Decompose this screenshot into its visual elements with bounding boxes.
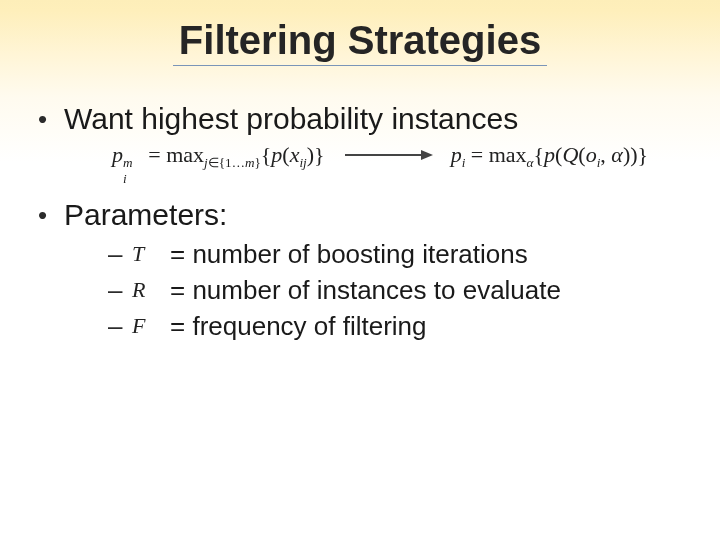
- param-symbol: R: [132, 277, 170, 303]
- bullet-want-highest: Want highest probability instances pmi =…: [30, 102, 690, 188]
- slide: Filtering Strategies Want highest probab…: [0, 0, 720, 540]
- slide-body: Want highest probability instances pmi =…: [0, 66, 720, 342]
- bullet-parameters: Parameters: T = number of boosting itera…: [30, 198, 690, 342]
- param-item-t: T = number of boosting iterations: [104, 238, 690, 270]
- param-desc: = number of instances to evaluate: [170, 274, 561, 306]
- top-bullet-list: Want highest probability instances pmi =…: [30, 102, 690, 342]
- param-item-r: R = number of instances to evaluate: [104, 274, 690, 306]
- param-desc: = frequency of filtering: [170, 310, 427, 342]
- arrow-icon: [343, 146, 433, 164]
- param-symbol: T: [132, 241, 170, 267]
- param-item-f: F = frequency of filtering: [104, 310, 690, 342]
- svg-marker-1: [421, 150, 433, 160]
- formula-right: pi = maxα{p(Q(oi, α))}: [451, 142, 648, 168]
- param-symbol: F: [132, 313, 170, 339]
- slide-title: Filtering Strategies: [173, 18, 547, 66]
- formula-row: pmi = maxj∈{1…m}{p(xij)} pi = maxα{p(Q(o…: [64, 136, 690, 188]
- bullet-text: Want highest probability instances: [64, 102, 518, 135]
- formula-left: pmi = maxj∈{1…m}{p(xij)}: [112, 142, 325, 168]
- bullet-text: Parameters:: [64, 198, 227, 231]
- parameter-list: T = number of boosting iterations R = nu…: [64, 238, 690, 342]
- param-desc: = number of boosting iterations: [170, 238, 528, 270]
- title-wrap: Filtering Strategies: [0, 0, 720, 66]
